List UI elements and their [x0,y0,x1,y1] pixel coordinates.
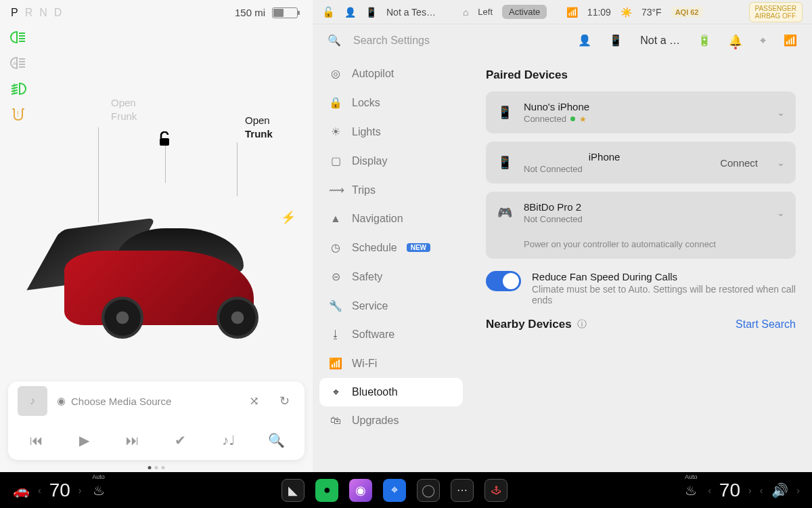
media-search-button[interactable]: 🔍 [263,432,290,448]
bluetooth-app-icon[interactable]: ⌖ [383,479,406,502]
arcade-app-icon[interactable]: 🕹 [484,479,508,502]
lock-toggle[interactable] [158,131,172,150]
vol-down[interactable]: ‹ [756,485,767,496]
headlight-low-icon[interactable] [9,30,27,44]
nav-lights[interactable]: ☀Lights [319,117,463,146]
passenger-temp[interactable]: 70 [715,480,744,501]
more-apps-icon[interactable]: ⋯ [451,479,474,502]
chevron-down-icon[interactable]: ⌄ [777,107,785,118]
settings-header: 🔍 Search Settings 👤 📱 Not a … 🔋 🔔 ⌖ 📶 [313,24,812,56]
range-label: 150 mi [235,7,265,18]
homelink-activate-button[interactable]: Activate [502,5,547,19]
profile-name[interactable]: Not a Tes… [386,7,436,18]
nav-upgrades[interactable]: 🛍Upgrades [319,406,463,435]
foglight-icon[interactable] [9,82,27,96]
settings-search-input[interactable]: Search Settings [353,35,566,47]
play-button[interactable]: ▶ [71,432,98,448]
volume-icon[interactable]: 🔊 [767,482,792,499]
battery-icon[interactable] [272,7,298,18]
download-icon: ⭳ [329,329,342,341]
connect-button[interactable]: Connect [720,157,758,169]
svg-text:!: ! [17,110,19,118]
bottom-bar: 🚗 ‹ 70 › ♨ ◣ ● ◉ ⌖ ◯ ⋯ 🕹 ♨ ‹ 70 › ‹ 🔊 › [0,472,812,508]
main-panel: 🔓 👤 📱 Not a Tes… ⌂ Left Activate 📶 11:09… [313,0,812,472]
connected-dot [570,117,575,121]
tpms-icon[interactable]: ! [9,108,27,121]
passenger-seat-heater[interactable]: ♨ [678,482,704,499]
like-button[interactable]: ✔ [167,432,194,448]
phone-icon[interactable]: 📱 [609,34,623,47]
nav-schedule[interactable]: ◷ScheduleNEW [319,233,463,262]
shuffle-icon[interactable]: ⤨ [244,394,265,408]
eq-button[interactable]: ♪♩ [215,432,242,448]
nav-navigation[interactable]: ▲Navigation [319,205,463,233]
nav-service[interactable]: 🔧Service [319,291,463,320]
nav-safety[interactable]: ⊝Safety [319,262,463,291]
gear-selector: P R N D [11,7,62,19]
auto-highbeam-icon[interactable]: A [9,56,27,70]
camera-app-icon[interactable]: ◯ [417,479,440,502]
profile-icon[interactable]: 👤 [344,7,356,18]
nav-autopilot[interactable]: ◎Autopilot [319,59,463,88]
route-icon: ⟿ [329,184,342,196]
frunk-button[interactable]: Open Frunk [111,96,137,123]
temp-down-right[interactable]: ‹ [704,485,715,496]
nav-wifi[interactable]: 📶Wi-Fi [319,349,463,378]
bluetooth-icon[interactable]: ⌖ [760,35,766,47]
outside-temp[interactable]: 73°F [641,7,662,18]
spotify-app-icon[interactable]: ● [315,479,338,502]
wifi-icon: 📶 [329,357,342,370]
notifications-icon[interactable]: 🔔 [729,34,742,47]
car-launcher-icon[interactable]: 🚗 [8,482,34,499]
favorite-icon: ★ [579,114,587,124]
wifi-icon[interactable]: 📶 [784,34,797,47]
wifi-icon[interactable]: 📶 [566,7,578,18]
nav-bluetooth[interactable]: ⌖Bluetooth [319,378,463,406]
gear-n: N [39,7,47,19]
vehicle-render[interactable] [37,183,288,339]
lock-icon: 🔒 [329,96,342,109]
homelink-label: Left [478,7,493,17]
paired-devices-heading: Paired Devices [486,68,796,82]
chevron-down-icon[interactable]: ⌄ [777,157,785,168]
nav-display[interactable]: ▢Display [319,146,463,175]
nav-locks[interactable]: 🔒Locks [319,88,463,117]
temp-up-right[interactable]: › [744,485,756,496]
display-icon: ▢ [329,154,342,167]
phone-status-icon: 📱 [365,7,377,18]
prev-track-button[interactable]: ⏮ [23,433,50,448]
temp-up-left[interactable]: › [74,485,86,496]
info-icon[interactable]: ⓘ [577,318,587,331]
steering-icon: ◎ [329,67,342,80]
homelink-icon[interactable]: ⌂ [463,7,468,18]
music-note-icon: ♪ [18,386,47,416]
temp-down-left[interactable]: ‹ [34,485,45,496]
next-track-button[interactable]: ⏭ [119,433,146,448]
battery-icon[interactable]: 🔋 [698,34,711,47]
start-search-button[interactable]: Start Search [736,318,796,331]
chevron-down-icon[interactable]: ⌄ [777,207,785,218]
phone-icon: 📱 [497,105,513,120]
profile-short[interactable]: Not a … [640,35,680,47]
trunk-button[interactable]: Open Trunk [245,114,273,140]
nav-trips[interactable]: ⟿Trips [319,175,463,205]
aqi-badge[interactable]: AQI 62 [671,7,703,18]
vol-up[interactable]: › [792,485,804,496]
nav-app-icon[interactable]: ◣ [281,479,304,502]
paired-device[interactable]: 📱 iPhone Not Connected Connect ⌄ [486,142,796,184]
profile-icon[interactable]: 👤 [578,34,591,47]
nav-software[interactable]: ⭳Software [319,320,463,349]
nearby-devices-heading: Nearby Devices [486,318,572,331]
podcasts-app-icon[interactable]: ◉ [349,479,372,502]
repeat-icon[interactable]: ↻ [274,394,295,408]
light-icon: ☀ [329,125,342,138]
airbag-indicator: PASSENGER AIRBAG OFF [749,2,803,22]
driver-seat-heater[interactable]: ♨ [86,482,112,499]
paired-device[interactable]: 📱 Nuno's iPhone Connected★ ⌄ [486,91,796,133]
paired-device[interactable]: 🎮 8BitDo Pro 2 Not Connected ⌄ Power on … [486,192,796,259]
driver-temp[interactable]: 70 [45,480,74,501]
reduce-fan-toggle[interactable] [486,271,521,291]
page-dots[interactable] [148,466,165,469]
media-source-select[interactable]: ◉ Choose Media Source [57,395,234,407]
lock-status-icon[interactable]: 🔓 [322,6,335,18]
